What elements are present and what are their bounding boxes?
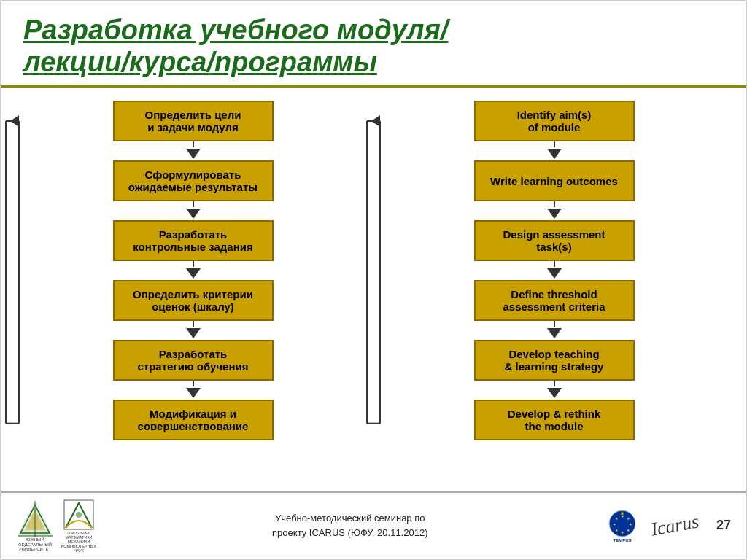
left-bracket-svg	[3, 101, 25, 440]
sfu-label-1: ЮЖНЫЙ	[18, 537, 52, 542]
arrow-3	[186, 261, 201, 280]
slide-footer: ЮЖНЫЙ ФЕДЕРАЛЬНЫЙ УНИВЕРСИТЕТ ФАКУЛЬТЕТ …	[1, 491, 746, 559]
r-arrow-5	[547, 381, 562, 400]
page-number: 27	[716, 518, 731, 533]
arrow-2	[186, 201, 201, 220]
left-box-2: Сформулировать ожидаемые результаты	[113, 160, 274, 201]
sfu-logo-block: ЮЖНЫЙ ФЕДЕРАЛЬНЫЙ УНИВЕРСИТЕТ	[16, 499, 54, 552]
right-box-4: Define threshold assessment criteria	[474, 280, 635, 321]
right-box-5: Develop teaching & learning strategy	[474, 340, 635, 381]
left-box-3: Разработать контрольные задания	[113, 220, 274, 261]
r-arrow-2	[547, 201, 562, 220]
footer-logos: ЮЖНЫЙ ФЕДЕРАЛЬНЫЙ УНИВЕРСИТЕТ ФАКУЛЬТЕТ …	[16, 499, 96, 553]
right-flow-wrapper: Identify aim(s) of module Write learning…	[384, 101, 724, 440]
footer-center-text: Учебно-методический семинар по проекту I…	[109, 511, 591, 540]
slide: Разработка учебного модуля/ лекции/курса…	[0, 0, 747, 560]
left-box-5: Разработать стратегию обучения	[113, 340, 274, 381]
right-column: Identify aim(s) of module Write learning…	[384, 101, 724, 483]
right-box-6: Develop & rethink the module	[474, 400, 635, 440]
fmmn-logo-block: ФАКУЛЬТЕТ МАТЕМАТИКИ МЕХАНИКИ КОМПЬЮТЕРН…	[61, 499, 96, 553]
fmmn-logo-icon	[63, 499, 95, 531]
right-bracket-svg	[364, 101, 386, 440]
left-flow-wrapper: Определить цели и задачи модуля Сформули…	[23, 101, 363, 440]
r-arrow-1	[547, 141, 562, 160]
svg-text:TEMPUS: TEMPUS	[613, 538, 631, 542]
sfu-label-2: ФЕДЕРАЛЬНЫЙ	[18, 542, 52, 548]
arrow-1	[186, 141, 201, 160]
left-box-1: Определить цели и задачи модуля	[113, 101, 274, 141]
eu-logo-block: ★ ★ ★ ★ ★ ★ ★ ★ TEMPUS	[604, 508, 640, 544]
right-box-3: Design assessment task(s)	[474, 220, 635, 261]
icarus-signature: Icarus	[649, 510, 700, 540]
slide-title: Разработка учебного модуля/ лекции/курса…	[23, 15, 724, 78]
fmmn-label-2: МАТЕМАТИКИ	[61, 535, 96, 540]
r-arrow-3	[547, 261, 562, 280]
slide-header: Разработка учебного модуля/ лекции/курса…	[1, 1, 746, 88]
arrow-5	[186, 381, 201, 400]
sfu-logo-icon	[16, 499, 54, 537]
left-box-4: Определить критерии оценок (шкалу)	[113, 280, 274, 321]
svg-point-17	[76, 512, 82, 518]
right-box-1: Identify aim(s) of module	[474, 101, 635, 141]
left-box-6: Модификация и совершенствование	[113, 400, 274, 440]
r-arrow-4	[547, 321, 562, 340]
sfu-label-3: УНИВЕРСИТЕТ	[18, 547, 52, 552]
arrow-4	[186, 321, 201, 340]
right-box-2: Write learning outcomes	[474, 160, 635, 201]
slide-content: Определить цели и задачи модуля Сформули…	[1, 88, 746, 491]
eu-logo-icon: ★ ★ ★ ★ ★ ★ ★ ★ TEMPUS	[604, 508, 640, 544]
left-column: Определить цели и задачи модуля Сформули…	[23, 101, 363, 483]
fmmn-label-5: НАУК	[61, 548, 96, 553]
footer-right-logos: ★ ★ ★ ★ ★ ★ ★ ★ TEMPUS Icarus 27	[604, 508, 731, 544]
